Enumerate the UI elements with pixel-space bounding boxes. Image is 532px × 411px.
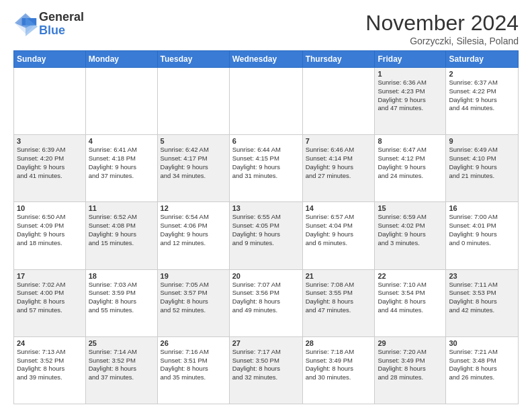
day-info: Sunrise: 6:42 AMSunset: 4:17 PMDaylight:… [161,146,226,180]
calendar-cell: 2Sunrise: 6:37 AMSunset: 4:22 PMDaylight… [446,68,519,135]
calendar-cell: 21Sunrise: 7:08 AMSunset: 3:55 PMDayligh… [302,269,375,336]
day-number: 13 [232,204,300,212]
calendar-cell: 26Sunrise: 7:16 AMSunset: 3:51 PMDayligh… [157,336,229,404]
day-info: Sunrise: 7:07 AMSunset: 3:56 PMDaylight:… [232,281,300,315]
calendar-cell: 25Sunrise: 7:14 AMSunset: 3:52 PMDayligh… [85,336,157,404]
day-number: 8 [378,137,443,145]
day-info: Sunrise: 7:17 AMSunset: 3:50 PMDaylight:… [232,348,300,382]
calendar-cell: 20Sunrise: 7:07 AMSunset: 3:56 PMDayligh… [229,269,302,336]
day-info: Sunrise: 7:05 AMSunset: 3:57 PMDaylight:… [161,281,226,315]
calendar-cell: 27Sunrise: 7:17 AMSunset: 3:50 PMDayligh… [229,336,302,404]
calendar-week-3: 17Sunrise: 7:02 AMSunset: 4:00 PMDayligh… [14,269,519,336]
day-number: 2 [449,70,515,78]
calendar-cell: 5Sunrise: 6:42 AMSunset: 4:17 PMDaylight… [157,135,229,202]
day-info: Sunrise: 6:46 AMSunset: 4:14 PMDaylight:… [306,146,372,180]
day-info: Sunrise: 6:57 AMSunset: 4:04 PMDaylight:… [306,213,372,247]
calendar-week-0: 1Sunrise: 6:36 AMSunset: 4:23 PMDaylight… [14,68,519,135]
calendar-cell: 14Sunrise: 6:57 AMSunset: 4:04 PMDayligh… [302,202,375,269]
calendar-cell: 17Sunrise: 7:02 AMSunset: 4:00 PMDayligh… [14,269,86,336]
calendar-cell [14,68,86,135]
col-header-tuesday: Tuesday [157,51,229,68]
day-number: 14 [306,204,372,212]
logo-blue-text: Blue [39,24,84,38]
calendar-cell: 16Sunrise: 7:00 AMSunset: 4:01 PMDayligh… [446,202,519,269]
calendar-cell: 22Sunrise: 7:10 AMSunset: 3:54 PMDayligh… [375,269,446,336]
calendar-cell: 23Sunrise: 7:11 AMSunset: 3:53 PMDayligh… [446,269,519,336]
day-info: Sunrise: 6:49 AMSunset: 4:10 PMDaylight:… [449,146,515,180]
calendar-cell: 6Sunrise: 6:44 AMSunset: 4:15 PMDaylight… [229,135,302,202]
day-info: Sunrise: 7:03 AMSunset: 3:59 PMDaylight:… [89,281,154,315]
calendar-cell [85,68,157,135]
calendar-cell: 30Sunrise: 7:21 AMSunset: 3:48 PMDayligh… [446,336,519,404]
day-info: Sunrise: 6:44 AMSunset: 4:15 PMDaylight:… [232,146,300,180]
calendar-cell: 18Sunrise: 7:03 AMSunset: 3:59 PMDayligh… [85,269,157,336]
day-number: 25 [89,339,154,347]
calendar-cell: 4Sunrise: 6:41 AMSunset: 4:18 PMDaylight… [85,135,157,202]
day-number: 23 [449,272,515,280]
calendar-cell [229,68,302,135]
calendar-header-row: SundayMondayTuesdayWednesdayThursdayFrid… [14,51,519,68]
calendar-week-2: 10Sunrise: 6:50 AMSunset: 4:09 PMDayligh… [14,202,519,269]
calendar-cell: 3Sunrise: 6:39 AMSunset: 4:20 PMDaylight… [14,135,86,202]
day-info: Sunrise: 6:54 AMSunset: 4:06 PMDaylight:… [161,213,226,247]
calendar-week-4: 24Sunrise: 7:13 AMSunset: 3:52 PMDayligh… [14,336,519,404]
page: General Blue November 2024 Gorzyczki, Si… [0,0,532,411]
day-number: 1 [378,70,443,78]
col-header-wednesday: Wednesday [229,51,302,68]
day-number: 11 [89,204,154,212]
calendar-cell: 15Sunrise: 6:59 AMSunset: 4:02 PMDayligh… [375,202,446,269]
day-info: Sunrise: 6:36 AMSunset: 4:23 PMDaylight:… [378,79,443,113]
day-info: Sunrise: 7:10 AMSunset: 3:54 PMDaylight:… [378,281,443,315]
calendar-cell: 13Sunrise: 6:55 AMSunset: 4:05 PMDayligh… [229,202,302,269]
calendar-cell [157,68,229,135]
day-info: Sunrise: 6:37 AMSunset: 4:22 PMDaylight:… [449,79,515,113]
day-info: Sunrise: 7:11 AMSunset: 3:53 PMDaylight:… [449,281,515,315]
day-info: Sunrise: 6:41 AMSunset: 4:18 PMDaylight:… [89,146,154,180]
col-header-friday: Friday [375,51,446,68]
calendar: SundayMondayTuesdayWednesdayThursdayFrid… [13,50,519,404]
day-number: 26 [161,339,226,347]
calendar-cell [302,68,375,135]
day-number: 22 [378,272,443,280]
calendar-cell: 8Sunrise: 6:47 AMSunset: 4:12 PMDaylight… [375,135,446,202]
calendar-week-1: 3Sunrise: 6:39 AMSunset: 4:20 PMDaylight… [14,135,519,202]
month-title: November 2024 [365,11,519,36]
day-number: 27 [232,339,300,347]
day-info: Sunrise: 7:16 AMSunset: 3:51 PMDaylight:… [161,348,226,382]
day-info: Sunrise: 7:14 AMSunset: 3:52 PMDaylight:… [89,348,154,382]
calendar-cell: 29Sunrise: 7:20 AMSunset: 3:49 PMDayligh… [375,336,446,404]
day-info: Sunrise: 6:55 AMSunset: 4:05 PMDaylight:… [232,213,300,247]
day-number: 4 [89,137,154,145]
day-info: Sunrise: 7:20 AMSunset: 3:49 PMDaylight:… [378,348,443,382]
col-header-thursday: Thursday [302,51,375,68]
col-header-monday: Monday [85,51,157,68]
logo-text: General Blue [39,11,84,38]
day-info: Sunrise: 7:21 AMSunset: 3:48 PMDaylight:… [449,348,515,382]
day-number: 21 [306,272,372,280]
title-section: November 2024 Gorzyczki, Silesia, Poland [365,11,519,46]
day-number: 9 [449,137,515,145]
day-info: Sunrise: 6:59 AMSunset: 4:02 PMDaylight:… [378,213,443,247]
calendar-cell: 9Sunrise: 6:49 AMSunset: 4:10 PMDaylight… [446,135,519,202]
location: Gorzyczki, Silesia, Poland [365,36,519,46]
day-number: 6 [232,137,300,145]
day-number: 29 [378,339,443,347]
calendar-cell: 7Sunrise: 6:46 AMSunset: 4:14 PMDaylight… [302,135,375,202]
day-number: 18 [89,272,154,280]
day-info: Sunrise: 6:47 AMSunset: 4:12 PMDaylight:… [378,146,443,180]
col-header-sunday: Sunday [14,51,86,68]
day-number: 3 [17,137,83,145]
day-info: Sunrise: 6:50 AMSunset: 4:09 PMDaylight:… [17,213,83,247]
day-number: 19 [161,272,226,280]
header: General Blue November 2024 Gorzyczki, Si… [13,11,519,46]
calendar-cell: 24Sunrise: 7:13 AMSunset: 3:52 PMDayligh… [14,336,86,404]
day-number: 7 [306,137,372,145]
calendar-cell: 19Sunrise: 7:05 AMSunset: 3:57 PMDayligh… [157,269,229,336]
day-info: Sunrise: 7:18 AMSunset: 3:49 PMDaylight:… [306,348,372,382]
day-number: 15 [378,204,443,212]
calendar-cell: 11Sunrise: 6:52 AMSunset: 4:08 PMDayligh… [85,202,157,269]
day-info: Sunrise: 6:52 AMSunset: 4:08 PMDaylight:… [89,213,154,247]
day-info: Sunrise: 7:08 AMSunset: 3:55 PMDaylight:… [306,281,372,315]
logo: General Blue [13,11,84,38]
day-number: 17 [17,272,83,280]
